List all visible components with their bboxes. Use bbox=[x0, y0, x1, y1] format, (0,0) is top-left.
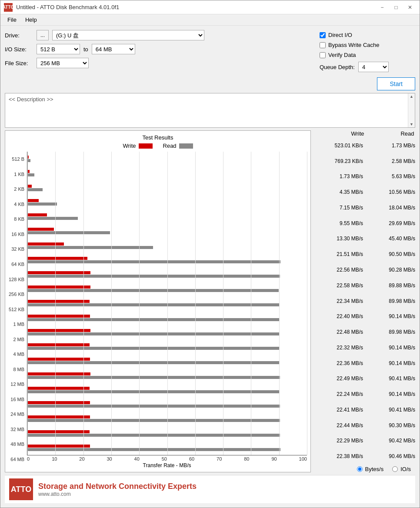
x-axis-label: 60 bbox=[189, 456, 194, 462]
direct-io-checkbox[interactable] bbox=[320, 32, 326, 38]
title-bar: ATTO Untitled - ATTO Disk Benchmark 4.01… bbox=[0, 0, 420, 14]
ios-label: IO/s bbox=[400, 466, 411, 472]
result-row: 523.01 KB/s1.73 MB/s bbox=[315, 138, 415, 153]
y-label: 32 KB bbox=[11, 242, 24, 257]
read-bar bbox=[27, 246, 153, 249]
bar-row bbox=[27, 282, 307, 296]
results-header: Write Read bbox=[315, 130, 415, 137]
write-legend-color bbox=[139, 143, 153, 149]
read-bar bbox=[27, 260, 280, 263]
read-legend-label: Read bbox=[163, 143, 177, 149]
bar-row bbox=[27, 412, 307, 426]
bar-row bbox=[27, 224, 307, 238]
result-write-value: 9.55 MB/s bbox=[315, 220, 363, 226]
scroll-down-arrow[interactable]: ▼ bbox=[410, 122, 413, 126]
ios-radio-row: IO/s bbox=[392, 466, 411, 472]
bar-row bbox=[27, 180, 307, 195]
write-bar bbox=[27, 286, 90, 289]
bypass-write-cache-checkbox[interactable] bbox=[320, 42, 326, 48]
result-row: 22.29 MB/s90.42 MB/s bbox=[315, 433, 415, 449]
result-read-value: 89.98 MB/s bbox=[367, 298, 415, 304]
write-bar bbox=[27, 213, 47, 216]
read-bar bbox=[27, 173, 34, 176]
app-icon: ATTO bbox=[4, 3, 13, 12]
grid-line bbox=[307, 152, 307, 455]
write-bar bbox=[27, 228, 54, 231]
x-axis-label: 30 bbox=[107, 456, 112, 462]
result-row: 9.55 MB/s29.69 MB/s bbox=[315, 216, 415, 231]
filesize-select[interactable]: 256 MB bbox=[37, 58, 89, 68]
menu-bar: File Help bbox=[0, 14, 420, 26]
bar-row bbox=[27, 166, 307, 180]
x-axis-label: 50 bbox=[162, 456, 167, 462]
result-write-value: 523.01 KB/s bbox=[315, 143, 363, 149]
y-label: 32 MB bbox=[10, 422, 24, 437]
queue-depth-row: Queue Depth: 4 bbox=[320, 62, 415, 72]
title-bar-left: ATTO Untitled - ATTO Disk Benchmark 4.01… bbox=[4, 3, 119, 12]
window-title: Untitled - ATTO Disk Benchmark 4.01.0f1 bbox=[16, 4, 119, 10]
x-axis-label: 20 bbox=[79, 456, 84, 462]
y-label: 512 B bbox=[12, 152, 24, 167]
result-write-value: 22.48 MB/s bbox=[315, 329, 363, 335]
write-bar bbox=[27, 300, 90, 303]
result-read-value: 90.28 MB/s bbox=[367, 267, 415, 273]
iosize-from-select[interactable]: 512 B bbox=[37, 44, 80, 54]
filesize-row: File Size: 256 MB bbox=[5, 58, 311, 68]
result-read-value: 90.14 MB/s bbox=[367, 360, 415, 366]
result-row: 22.38 MB/s90.46 MB/s bbox=[315, 448, 415, 464]
write-bar bbox=[27, 329, 90, 332]
result-write-value: 22.34 MB/s bbox=[315, 298, 363, 304]
bar-row bbox=[27, 383, 307, 397]
minimize-button[interactable]: − bbox=[376, 3, 388, 12]
menu-file[interactable]: File bbox=[4, 16, 20, 24]
result-write-value: 22.36 MB/s bbox=[315, 360, 363, 366]
scroll-up-arrow[interactable]: ▲ bbox=[410, 94, 413, 99]
read-bar bbox=[27, 434, 280, 437]
ios-radio[interactable] bbox=[392, 466, 398, 472]
x-axis-label: 40 bbox=[134, 456, 140, 462]
result-write-value: 22.40 MB/s bbox=[315, 313, 363, 319]
close-button[interactable]: ✕ bbox=[404, 3, 416, 12]
result-write-value: 22.32 MB/s bbox=[315, 345, 363, 351]
write-legend: Write bbox=[123, 143, 152, 149]
verify-data-row: Verify Data bbox=[320, 52, 415, 58]
drive-browse-button[interactable]: ... bbox=[37, 30, 49, 40]
result-read-value: 89.88 MB/s bbox=[367, 282, 415, 289]
result-row: 13.30 MB/s45.40 MB/s bbox=[315, 231, 415, 247]
write-bar bbox=[27, 170, 30, 173]
drive-select[interactable]: (G:) U 盘 bbox=[52, 30, 204, 40]
banner-url: www.atto.com bbox=[38, 491, 197, 497]
read-bar bbox=[27, 318, 279, 321]
drive-label: Drive: bbox=[5, 32, 33, 39]
description-box: << Description >> ▲ ▼ bbox=[5, 93, 415, 128]
result-row: 22.24 MB/s90.14 MB/s bbox=[315, 386, 415, 402]
read-bar bbox=[27, 448, 280, 451]
write-bar bbox=[27, 445, 90, 448]
iosize-to-select[interactable]: 64 MB bbox=[92, 44, 135, 54]
verify-data-checkbox[interactable] bbox=[320, 52, 326, 58]
y-label: 48 MB bbox=[10, 437, 24, 452]
queue-depth-select[interactable]: 4 bbox=[358, 62, 389, 72]
read-bar bbox=[27, 159, 30, 162]
bytes-radio-row: Bytes/s bbox=[357, 466, 384, 472]
read-bar bbox=[27, 419, 280, 422]
bar-row bbox=[27, 209, 307, 224]
write-bar bbox=[27, 156, 29, 159]
bar-row bbox=[27, 238, 307, 252]
description-scrollbar[interactable]: ▲ ▼ bbox=[408, 93, 415, 127]
start-button[interactable]: Start bbox=[377, 77, 415, 90]
maximize-button[interactable]: □ bbox=[390, 3, 402, 12]
write-bar bbox=[27, 401, 90, 404]
description-text[interactable]: << Description >> bbox=[5, 93, 408, 127]
write-bar bbox=[27, 387, 90, 390]
bar-row bbox=[27, 354, 307, 368]
result-write-value: 4.35 MB/s bbox=[315, 189, 363, 195]
result-read-value: 90.41 MB/s bbox=[367, 375, 415, 382]
right-controls: Direct I/O Bypass Write Cache Verify Dat… bbox=[320, 30, 415, 90]
result-row: 22.58 MB/s89.88 MB/s bbox=[315, 278, 415, 293]
result-write-value: 1.73 MB/s bbox=[315, 173, 363, 179]
result-read-value: 2.58 MB/s bbox=[367, 158, 415, 164]
menu-help[interactable]: Help bbox=[22, 16, 40, 24]
bytes-radio[interactable] bbox=[357, 466, 363, 472]
chart-title: Test Results bbox=[9, 134, 307, 141]
